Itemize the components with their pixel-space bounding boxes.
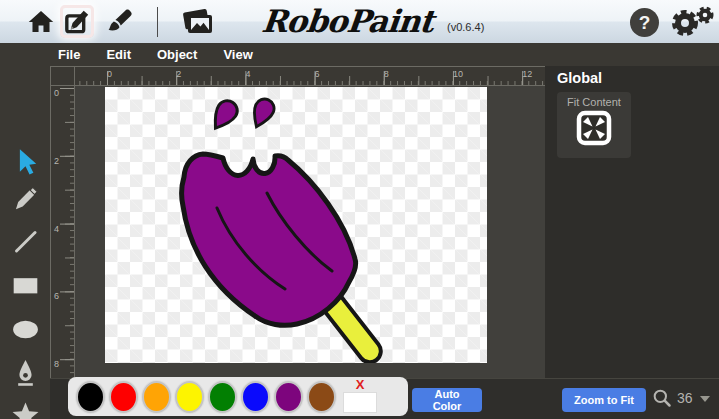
rectangle-icon [12, 272, 39, 299]
swatch-brown[interactable] [307, 381, 336, 413]
bottom-bar: X Auto Color Zoom to Fit 36 [50, 378, 719, 419]
panel-header: Global [557, 70, 602, 86]
ruler-h-0: 0 [107, 67, 176, 85]
gears-icon [668, 5, 716, 39]
tool-star[interactable] [12, 402, 39, 419]
ruler-corner [50, 66, 75, 86]
photos-icon [180, 7, 216, 37]
ruler-v-2: 2 [51, 156, 74, 224]
ruler-h-6: 6 [315, 67, 384, 85]
vertical-ruler: 02468 [50, 86, 75, 378]
tool-rectangle[interactable] [12, 272, 39, 299]
auto-color-button[interactable]: Auto Color [412, 388, 482, 412]
horizontal-ruler: 024681012 [75, 66, 545, 86]
splash-drop [207, 97, 241, 134]
color-palette: X [68, 377, 408, 416]
edit-mode-button[interactable] [60, 5, 94, 38]
zoom-to-fit-button[interactable]: Zoom to Fit [562, 388, 646, 412]
swatch-green[interactable] [208, 381, 237, 413]
home-button[interactable] [24, 5, 58, 38]
ruler-h-12: 12 [522, 67, 545, 85]
help-button[interactable]: ? [630, 8, 659, 37]
ruler-h-8: 8 [384, 67, 453, 85]
ruler-v-6: 6 [51, 291, 74, 359]
tool-line[interactable] [12, 228, 39, 255]
cursor-icon [12, 148, 39, 175]
edit-icon [64, 8, 91, 35]
zoom-level-icon [652, 388, 672, 408]
swatch-red[interactable] [109, 381, 138, 413]
settings-button[interactable] [668, 5, 716, 39]
question-mark-icon: ? [639, 12, 651, 34]
fit-content-button[interactable]: Fit Content [557, 92, 631, 158]
toolbar-divider [157, 7, 158, 37]
chevron-down-icon[interactable] [700, 396, 710, 402]
tool-pen[interactable] [12, 359, 39, 386]
menu-view[interactable]: View [223, 47, 252, 62]
ruler-v-8: 8 [51, 359, 74, 378]
ruler-v-0: 0 [51, 88, 74, 156]
splash-drop [248, 96, 277, 131]
canvas[interactable] [105, 87, 487, 363]
popsicle-artwork [105, 87, 487, 363]
menu-file[interactable]: File [58, 47, 80, 62]
fit-content-icon [574, 108, 614, 148]
canvas-viewport [75, 86, 545, 378]
swatch-black[interactable] [76, 381, 105, 413]
print-export-button[interactable] [178, 5, 218, 38]
clear-color-icon: X [356, 378, 365, 392]
popsicle-body [182, 154, 356, 325]
tool-pencil[interactable] [12, 185, 39, 212]
top-bar: RoboPaint (v0.6.4) ? [0, 0, 719, 43]
star-icon [12, 402, 39, 419]
swatch-purple[interactable] [274, 381, 303, 413]
swatch-orange[interactable] [142, 381, 171, 413]
line-icon [12, 228, 39, 255]
app-logo: RoboPaint [260, 1, 435, 41]
ruler-h-4: 4 [245, 67, 314, 85]
ruler-h-10: 10 [453, 67, 522, 85]
swatch-none[interactable]: X [340, 378, 380, 415]
ellipse-icon [12, 316, 39, 343]
ruler-h-2: 2 [176, 67, 245, 85]
white-swatch [343, 392, 377, 413]
menu-object[interactable]: Object [157, 47, 197, 62]
fit-content-label: Fit Content [567, 96, 621, 108]
zoom-level-value[interactable]: 36 [677, 390, 693, 406]
paint-mode-button[interactable] [102, 5, 136, 38]
ruler-v-4: 4 [51, 224, 74, 292]
app-version: (v0.6.4) [447, 21, 484, 33]
tool-ellipse[interactable] [12, 316, 39, 343]
tool-select[interactable] [12, 148, 39, 175]
menu-edit[interactable]: Edit [106, 47, 131, 62]
swatch-blue[interactable] [241, 381, 270, 413]
tool-palette [0, 66, 50, 419]
settings-panel: Global Fit Content [545, 66, 719, 378]
pen-nib-icon [12, 359, 39, 386]
swatch-yellow[interactable] [175, 381, 204, 413]
menu-bar: FileEditObjectView [0, 43, 719, 66]
brush-icon [105, 8, 133, 36]
pencil-icon [12, 185, 39, 212]
home-icon [27, 8, 55, 36]
